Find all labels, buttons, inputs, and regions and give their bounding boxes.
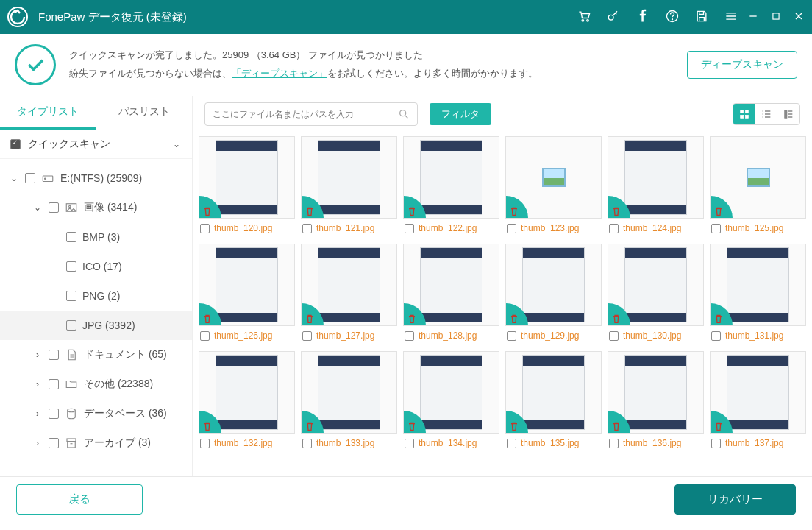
thumbnail-checkbox[interactable] [609, 224, 619, 233]
tree-item-docs[interactable]: ›ドキュメント (65) [0, 340, 192, 370]
thumbnail-item[interactable]: thumb_131.jpg [710, 244, 806, 345]
thumbnail-preview[interactable] [608, 351, 704, 434]
thumbnail-checkbox[interactable] [200, 331, 210, 341]
thumbnail-item[interactable]: thumb_130.jpg [608, 244, 704, 345]
thumbnail-checkbox[interactable] [200, 224, 210, 233]
thumbnail-preview[interactable] [505, 244, 602, 326]
thumbnail-item[interactable]: thumb_128.jpg [403, 244, 499, 345]
tree-checkbox[interactable] [66, 291, 76, 301]
thumbnail-item[interactable]: thumb_136.jpg [608, 351, 704, 453]
thumbnail-checkbox[interactable] [507, 439, 516, 448]
view-grid-icon[interactable] [733, 104, 755, 124]
thumbnail-checkbox[interactable] [302, 224, 312, 233]
chevron-icon[interactable]: › [32, 409, 43, 419]
thumbnail-preview[interactable] [199, 244, 295, 326]
save-icon[interactable] [694, 9, 709, 26]
tree-item-drive[interactable]: ⌄E:(NTFS) (25909) [0, 163, 192, 193]
thumbnail-preview[interactable] [301, 351, 397, 434]
thumbnail-preview[interactable] [505, 136, 602, 219]
menu-icon[interactable] [724, 9, 738, 26]
tree-checkbox[interactable] [49, 409, 59, 419]
thumbnail-item[interactable]: thumb_124.jpg [608, 136, 704, 238]
thumbnail-preview[interactable] [403, 244, 499, 326]
filter-button[interactable]: フィルタ [430, 103, 491, 125]
tree-item-png[interactable]: PNG (2) [0, 281, 192, 311]
thumbnail-checkbox[interactable] [405, 439, 414, 448]
thumbnail-item[interactable]: thumb_133.jpg [301, 351, 397, 453]
thumbnail-item[interactable]: thumb_127.jpg [301, 244, 397, 345]
thumbnail-preview[interactable] [710, 351, 806, 434]
thumbnail-preview[interactable] [301, 136, 397, 219]
thumbnail-checkbox[interactable] [609, 331, 619, 341]
thumbnail-checkbox[interactable] [507, 331, 516, 341]
tree-item-other[interactable]: ›その他 (22388) [0, 370, 192, 399]
view-list-icon[interactable] [755, 104, 777, 124]
thumbnail-preview[interactable] [608, 136, 704, 219]
thumbnail-checkbox[interactable] [711, 331, 721, 341]
key-icon[interactable] [606, 9, 621, 26]
chevron-icon[interactable]: › [32, 379, 43, 389]
thumbnail-item[interactable]: thumb_137.jpg [710, 351, 806, 453]
back-button[interactable]: 戻る [16, 484, 143, 515]
thumbnail-item[interactable]: thumb_135.jpg [505, 351, 602, 453]
tree-checkbox[interactable] [49, 438, 59, 448]
tree-item-jpg[interactable]: JPG (3392) [0, 311, 192, 340]
thumbnail-item[interactable]: thumb_132.jpg [199, 351, 295, 453]
thumbnail-checkbox[interactable] [711, 224, 721, 233]
search-box[interactable] [204, 102, 418, 126]
tree-item-archive[interactable]: ›アーカイブ (3) [0, 428, 192, 458]
tree-checkbox[interactable] [49, 379, 59, 389]
search-icon[interactable] [398, 108, 410, 120]
thumbnail-preview[interactable] [608, 244, 704, 326]
thumbnail-checkbox[interactable] [405, 224, 414, 233]
help-icon[interactable] [665, 9, 680, 26]
thumbnail-item[interactable]: thumb_122.jpg [403, 136, 499, 238]
chevron-icon[interactable]: ⌄ [32, 202, 43, 213]
minimize-icon[interactable] [747, 10, 759, 24]
thumbnail-preview[interactable] [403, 136, 499, 219]
thumbnail-checkbox[interactable] [405, 331, 414, 341]
tab-type-list[interactable]: タイプリスト [0, 96, 96, 130]
thumbnail-checkbox[interactable] [302, 439, 312, 448]
thumbnail-checkbox[interactable] [507, 224, 516, 233]
chevron-icon[interactable]: › [32, 350, 43, 360]
thumbnail-preview[interactable] [710, 136, 806, 219]
tree-item-ico[interactable]: ICO (17) [0, 252, 192, 281]
thumbnail-checkbox[interactable] [302, 331, 312, 341]
tree-item-bmp[interactable]: BMP (3) [0, 222, 192, 252]
thumbnail-preview[interactable] [199, 136, 295, 219]
thumbnail-checkbox[interactable] [711, 439, 721, 448]
thumbnail-item[interactable]: thumb_120.jpg [199, 136, 295, 238]
thumbnail-preview[interactable] [403, 351, 499, 434]
deep-scan-link[interactable]: 「ディープスキャン」 [232, 68, 327, 79]
close-icon[interactable] [793, 10, 805, 24]
recover-button[interactable]: リカバリー [674, 484, 796, 515]
tree-checkbox[interactable] [49, 202, 59, 213]
tree-item-images[interactable]: ⌄画像 (3414) [0, 193, 192, 222]
thumbnail-checkbox[interactable] [200, 439, 210, 448]
cart-icon[interactable] [577, 9, 591, 26]
chevron-icon[interactable]: › [32, 438, 43, 448]
thumbnail-preview[interactable] [710, 244, 806, 326]
thumbnail-item[interactable]: thumb_126.jpg [199, 244, 295, 345]
thumbnail-checkbox[interactable] [609, 439, 619, 448]
thumbnail-preview[interactable] [199, 351, 295, 434]
chevron-icon[interactable]: ⌄ [9, 173, 19, 183]
thumbnail-item[interactable]: thumb_125.jpg [710, 136, 806, 238]
tree-checkbox[interactable] [66, 261, 76, 272]
tree-checkbox[interactable] [49, 350, 59, 360]
quick-scan-header[interactable]: クイックスキャン ⌄ [0, 130, 192, 159]
tree-checkbox[interactable] [66, 232, 76, 242]
tree-item-db[interactable]: ›データベース (36) [0, 399, 192, 428]
tab-path-list[interactable]: パスリスト [96, 96, 193, 130]
thumbnail-item[interactable]: thumb_129.jpg [505, 244, 602, 345]
view-detail-icon[interactable] [777, 104, 799, 124]
tree-checkbox[interactable] [25, 173, 35, 183]
thumbnail-item[interactable]: thumb_134.jpg [403, 351, 499, 453]
chevron-down-icon[interactable]: ⌄ [171, 139, 182, 149]
maximize-icon[interactable] [771, 11, 781, 24]
facebook-icon[interactable] [635, 9, 650, 26]
thumbnail-preview[interactable] [301, 244, 397, 326]
deep-scan-button[interactable]: ディープスキャン [687, 51, 797, 79]
quick-scan-checkbox[interactable] [10, 139, 21, 149]
